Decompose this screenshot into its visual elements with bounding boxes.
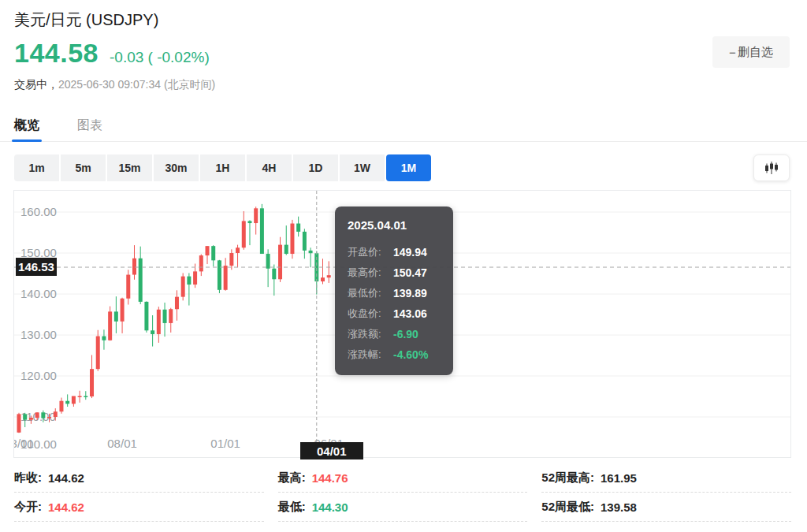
tab-概览[interactable]: 概览: [14, 115, 39, 142]
svg-text:08/01: 08/01: [107, 437, 137, 450]
minus-icon: −: [729, 46, 736, 59]
timeframe-group: 1m5m15m30m1H4H1D1W1M: [14, 154, 431, 181]
chart-toolbar: 1m5m15m30m1H4H1D1W1M: [14, 154, 790, 181]
remove-watchlist-label: 删自选: [738, 45, 773, 60]
svg-text:130.00: 130.00: [20, 328, 57, 341]
tooltip-row: 开盘价:149.94: [348, 242, 442, 262]
page-title: 美元/日元 (USDJPY): [14, 9, 158, 31]
timeframe-30m[interactable]: 30m: [154, 154, 199, 181]
candlestick-icon: [763, 159, 780, 177]
remove-watchlist-button[interactable]: − 删自选: [712, 36, 790, 68]
quote-stats: 昨收:144.62今开:144.62最高:144.76最低:144.3052周最…: [14, 463, 791, 522]
current-price: 144.58: [14, 38, 99, 69]
quote-timestamp: 2025-06-30 09:07:34 (北京时间): [58, 78, 215, 91]
stat-row: 今开:144.62: [14, 493, 264, 522]
chart-type-button[interactable]: [753, 154, 790, 181]
timeframe-1M[interactable]: 1M: [386, 154, 431, 181]
tab-图表[interactable]: 图表: [77, 115, 102, 142]
quote-page: 美元/日元 (USDJPY) 144.58 -0.03 ( -0.02%) 交易…: [0, 0, 807, 532]
svg-text:160.00: 160.00: [20, 205, 57, 218]
price-row: 144.58 -0.03 ( -0.02%): [14, 38, 210, 69]
timeframe-5m[interactable]: 5m: [61, 154, 106, 181]
stat-row: 昨收:144.62: [14, 463, 264, 493]
stat-row: 最高:144.76: [278, 463, 528, 493]
svg-text:01/01: 01/01: [210, 437, 240, 450]
price-change: -0.03 ( -0.02%): [110, 49, 210, 66]
timeframe-1D[interactable]: 1D: [293, 154, 338, 181]
tooltip-row: 最高价:150.47: [348, 262, 442, 283]
tooltip-row: 涨跌幅:-4.60%: [348, 344, 442, 365]
trading-status: 交易中，: [14, 78, 58, 91]
svg-text:140.00: 140.00: [20, 287, 57, 300]
svg-text:03/01: 03/01: [14, 437, 34, 450]
svg-text:120.00: 120.00: [20, 369, 57, 382]
timeframe-1H[interactable]: 1H: [200, 154, 245, 181]
tooltip-row: 最低价:139.89: [348, 283, 442, 303]
timeframe-1m[interactable]: 1m: [14, 154, 59, 181]
crosshair-date-tag: 04/01: [300, 442, 363, 459]
chart-tooltip: 2025.04.01 开盘价:149.94最高价:150.47最低价:139.8…: [335, 206, 453, 375]
stat-row: 52周最低:139.58: [541, 493, 791, 522]
stats-column: 昨收:144.62今开:144.62: [14, 463, 264, 522]
tab-bar: 概览图表: [0, 115, 807, 142]
stats-column: 52周最高:161.9552周最低:139.58: [541, 463, 791, 522]
stat-row: 52周最高:161.95: [541, 463, 791, 493]
timeframe-15m[interactable]: 15m: [107, 154, 152, 181]
tooltip-date: 2025.04.01: [348, 218, 442, 232]
stats-column: 最高:144.76最低:144.30: [278, 463, 528, 522]
stat-row: 最低:144.30: [278, 493, 528, 522]
tooltip-row: 涨跌额:-6.90: [348, 324, 442, 344]
trading-status-row: 交易中，2025-06-30 09:07:34 (北京时间): [14, 78, 215, 92]
tooltip-row: 收盘价:143.06: [348, 303, 442, 324]
crosshair-price-tag: 146.53: [16, 258, 57, 276]
timeframe-4H[interactable]: 4H: [247, 154, 292, 181]
timeframe-1W[interactable]: 1W: [340, 154, 385, 181]
